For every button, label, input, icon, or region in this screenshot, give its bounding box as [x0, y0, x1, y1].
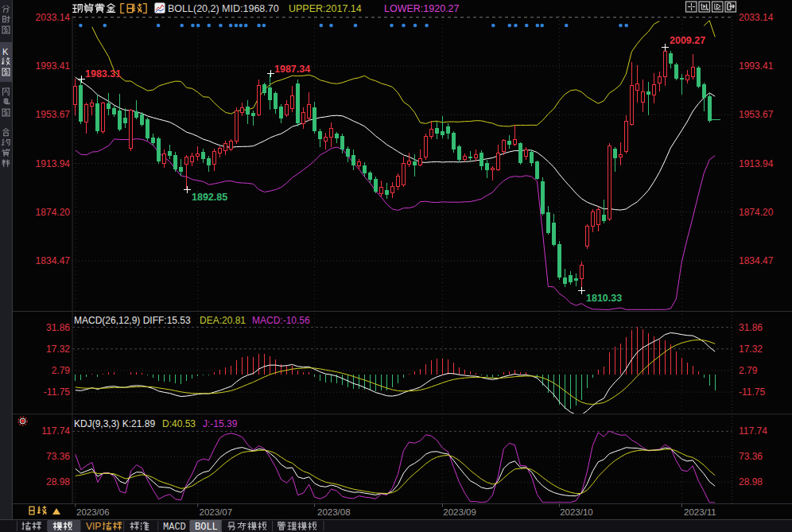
svg-text:DEA:20.81: DEA:20.81 — [200, 315, 246, 326]
svg-text:17.32: 17.32 — [46, 344, 70, 355]
svg-text:1993.41: 1993.41 — [36, 60, 71, 72]
svg-text:2033.14: 2033.14 — [739, 12, 774, 23]
svg-text:1913.94: 1913.94 — [36, 158, 71, 169]
svg-text:MACD(26,12,9) DIFF:15.53: MACD(26,12,9) DIFF:15.53 — [74, 315, 191, 326]
svg-text:2023/09: 2023/09 — [443, 507, 476, 517]
svg-text:UPPER:2017.14: UPPER:2017.14 — [289, 3, 362, 14]
svg-text:31.86: 31.86 — [739, 322, 763, 333]
svg-text:2033.14: 2033.14 — [36, 12, 71, 23]
svg-text:1983.31: 1983.31 — [85, 68, 121, 80]
svg-text:117.74: 117.74 — [739, 425, 767, 437]
svg-text:2.79: 2.79 — [739, 365, 758, 376]
svg-text:73.36: 73.36 — [739, 451, 763, 462]
svg-text:1834.47: 1834.47 — [739, 255, 774, 266]
svg-text:1874.20: 1874.20 — [739, 207, 774, 218]
svg-text:2023/11: 2023/11 — [684, 507, 716, 517]
svg-text:1874.20: 1874.20 — [36, 207, 71, 218]
svg-text:BOLL(20,2) MID:1968.70: BOLL(20,2) MID:1968.70 — [168, 3, 279, 14]
svg-text:1987.34: 1987.34 — [274, 64, 310, 75]
svg-text:K: K — [2, 47, 9, 56]
svg-text:1834.47: 1834.47 — [36, 255, 71, 266]
svg-text:MACD: MACD — [163, 522, 186, 532]
svg-text:MACD:-10.56: MACD:-10.56 — [252, 315, 310, 326]
svg-text:2023/08: 2023/08 — [317, 507, 351, 517]
svg-text:2023/10: 2023/10 — [560, 507, 593, 517]
svg-text:-11.75: -11.75 — [739, 386, 765, 398]
svg-text:2.79: 2.79 — [52, 365, 71, 376]
svg-text:J:-15.39: J:-15.39 — [203, 418, 238, 429]
svg-text:1993.41: 1993.41 — [739, 60, 774, 72]
svg-text:2023/07: 2023/07 — [200, 507, 233, 517]
svg-text:73.36: 73.36 — [46, 451, 70, 462]
svg-text:BOLL: BOLL — [195, 522, 218, 532]
svg-text:VIP: VIP — [86, 521, 101, 532]
svg-text:LOWER:1920.27: LOWER:1920.27 — [384, 3, 460, 14]
svg-text:1810.33: 1810.33 — [586, 293, 622, 304]
svg-text:1953.67: 1953.67 — [36, 109, 71, 120]
svg-text:117.74: 117.74 — [41, 425, 70, 437]
svg-text:31.86: 31.86 — [46, 322, 70, 333]
svg-text:-11.75: -11.75 — [44, 386, 70, 398]
svg-text:28.98: 28.98 — [46, 476, 70, 487]
svg-text:1892.85: 1892.85 — [192, 192, 227, 203]
svg-text:28.98: 28.98 — [739, 476, 763, 487]
svg-text:2009.27: 2009.27 — [670, 35, 705, 46]
svg-text:KDJ(9,3,3) K:21.89: KDJ(9,3,3) K:21.89 — [74, 418, 155, 429]
svg-text:1913.94: 1913.94 — [739, 158, 774, 169]
svg-text:1953.67: 1953.67 — [739, 109, 774, 120]
svg-text:2023/06: 2023/06 — [76, 507, 110, 517]
svg-text:17.32: 17.32 — [739, 344, 763, 355]
svg-text:D:40.53: D:40.53 — [162, 418, 196, 429]
